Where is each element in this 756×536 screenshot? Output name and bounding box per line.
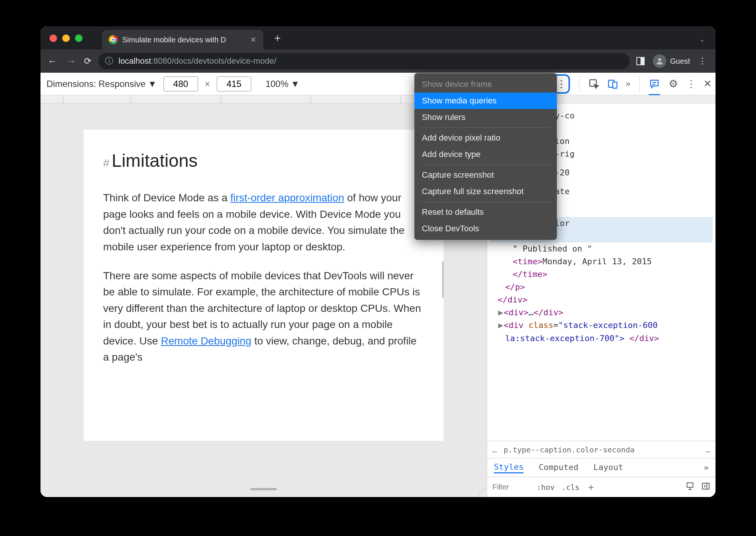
device-toolbar: Dimensions: Responsive ▼ × 100% ▼ ⋮ » xyxy=(40,73,716,95)
menu-separator xyxy=(420,165,552,165)
width-input[interactable] xyxy=(164,76,198,91)
height-input[interactable] xyxy=(217,76,251,91)
url-input[interactable]: ⓘ localhost:8080/docs/devtools/device-mo… xyxy=(98,53,630,69)
inspect-element-icon[interactable] xyxy=(588,78,600,90)
tab-computed[interactable]: Computed xyxy=(538,463,578,473)
tab-styles[interactable]: Styles xyxy=(494,462,524,473)
page-heading: #Limitations xyxy=(103,147,424,175)
url-path: /docs/devtools/device-mode/ xyxy=(172,56,276,66)
main-split: #Limitations Think of Device Mode as a f… xyxy=(40,103,716,497)
device-preview-icon[interactable] xyxy=(686,482,694,493)
breadcrumb-right-ellipsis[interactable]: … xyxy=(706,445,710,454)
divider xyxy=(579,76,579,91)
kebab-icon: ⋮ xyxy=(556,79,566,89)
menu-show-rulers[interactable]: Show rulers xyxy=(414,109,557,126)
site-info-icon[interactable]: ⓘ xyxy=(105,55,113,67)
menu-show-media-queries[interactable]: Show media queries xyxy=(414,93,557,109)
svg-rect-4 xyxy=(687,483,693,487)
forward-button[interactable]: → xyxy=(65,55,77,67)
cls-toggle[interactable]: .cls xyxy=(561,483,579,492)
breadcrumb-left-ellipsis[interactable]: … xyxy=(492,445,497,454)
zoom-dropdown[interactable]: 100% ▼ xyxy=(266,79,300,89)
page-scrollbar[interactable] xyxy=(442,261,444,298)
more-tabs-icon[interactable]: » xyxy=(704,463,709,472)
reload-button[interactable]: ⟳ xyxy=(84,56,92,66)
styles-filter-input[interactable] xyxy=(492,483,530,491)
styles-tabs: Styles Computed Layout » xyxy=(487,458,716,477)
close-window-button[interactable] xyxy=(50,34,57,42)
menu-add-device-type[interactable]: Add device type xyxy=(414,146,557,163)
link-remote-debugging[interactable]: Remote Debugging xyxy=(161,335,251,347)
menu-capture-full-size-screenshot[interactable]: Capture full size screenshot xyxy=(414,183,557,200)
devtools-menu-icon[interactable]: ⋮ xyxy=(686,79,696,89)
elements-breadcrumb[interactable]: … p.type--caption.color-seconda … xyxy=(487,441,716,458)
back-button[interactable]: ← xyxy=(46,55,58,67)
resize-handle-bottom[interactable] xyxy=(250,488,277,490)
titlebar: Simulate mobile devices with D ✕ ＋ ⌄ xyxy=(40,26,716,49)
tab-close-icon[interactable]: ✕ xyxy=(250,35,256,44)
dimensions-dropdown[interactable]: Dimensions: Responsive ▼ xyxy=(46,79,157,89)
ruler-strip xyxy=(40,95,716,103)
profile-label: Guest xyxy=(670,57,690,66)
chevron-down-icon: ▼ xyxy=(291,79,300,89)
dimension-separator: × xyxy=(205,79,210,89)
url-port: :8080 xyxy=(151,56,172,66)
new-style-rule-icon[interactable]: ＋ xyxy=(586,481,596,494)
menu-reset-to-defaults[interactable]: Reset to defaults xyxy=(414,204,557,220)
side-panel-icon[interactable] xyxy=(636,57,645,65)
menu-separator xyxy=(420,202,552,202)
anchor-hash[interactable]: # xyxy=(103,157,110,169)
minimize-window-button[interactable] xyxy=(62,34,70,42)
toggle-sidebar-icon[interactable] xyxy=(701,482,710,493)
svg-rect-3 xyxy=(613,82,617,88)
zoom-window-button[interactable] xyxy=(75,34,82,42)
url-host: localhost xyxy=(118,56,151,66)
chrome-icon xyxy=(109,35,118,44)
divider xyxy=(639,76,640,91)
settings-icon[interactable]: ⚙ xyxy=(668,78,679,90)
device-toolbar-context-menu: Show device frame Show media queries Sho… xyxy=(414,73,557,240)
close-devtools-icon[interactable]: ✕ xyxy=(704,78,712,90)
page-content: #Limitations Think of Device Mode as a f… xyxy=(84,130,444,441)
browser-window: Simulate mobile devices with D ✕ ＋ ⌄ ← →… xyxy=(40,26,716,497)
browser-menu-icon[interactable]: ⋮ xyxy=(698,56,706,66)
styles-filter-bar: :hov .cls ＋ xyxy=(487,477,716,497)
window-controls xyxy=(50,34,82,42)
menu-close-devtools[interactable]: Close DevTools xyxy=(414,220,557,237)
page-paragraph: There are some aspects of mobile devices… xyxy=(103,268,424,365)
menu-capture-screenshot[interactable]: Capture screenshot xyxy=(414,167,557,183)
browser-tab[interactable]: Simulate mobile devices with D ✕ xyxy=(102,30,263,49)
page-paragraph: Think of Device Mode as a first-order ap… xyxy=(103,190,424,255)
link-first-order-approximation[interactable]: first-order approximation xyxy=(230,192,344,204)
breadcrumb-selector[interactable]: p.type--caption.color-seconda xyxy=(504,445,634,454)
profile-avatar-icon[interactable] xyxy=(653,54,666,68)
tab-title: Simulate mobile devices with D xyxy=(122,36,226,44)
address-bar-right: Guest ⋮ xyxy=(636,54,710,68)
tabs-dropdown-icon[interactable]: ⌄ xyxy=(699,35,705,43)
new-tab-button[interactable]: ＋ xyxy=(272,31,283,49)
address-bar: ← → ⟳ ⓘ localhost:8080/docs/devtools/dev… xyxy=(40,49,716,73)
toggle-device-toolbar-icon[interactable] xyxy=(607,78,618,90)
menu-add-device-pixel-ratio[interactable]: Add device pixel ratio xyxy=(414,130,557,146)
menu-show-device-frame: Show device frame xyxy=(414,76,557,93)
hov-toggle[interactable]: :hov xyxy=(537,483,555,492)
issues-icon[interactable] xyxy=(649,78,660,90)
tab-layout[interactable]: Layout xyxy=(593,463,623,473)
svg-point-0 xyxy=(658,58,661,61)
more-panels-icon[interactable]: » xyxy=(626,79,630,89)
chevron-down-icon: ▼ xyxy=(148,79,157,89)
svg-rect-5 xyxy=(702,483,709,489)
resize-grip-corner[interactable]: ⋰ xyxy=(478,487,485,496)
menu-separator xyxy=(420,127,552,128)
